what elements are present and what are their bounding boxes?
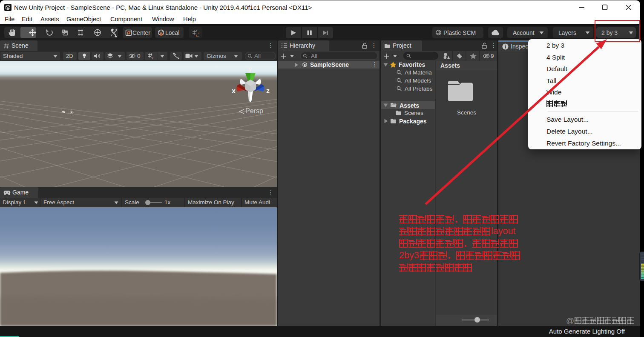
svg-text:Y: Y <box>151 56 154 60</box>
svg-text:y: y <box>248 65 252 72</box>
svg-text:x: x <box>232 87 236 94</box>
svg-text:z: z <box>266 87 270 94</box>
